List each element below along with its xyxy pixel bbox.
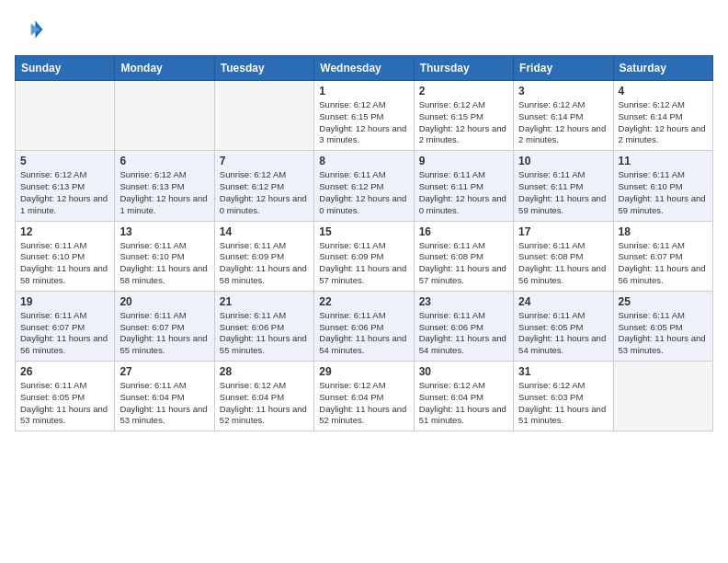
cell-info: Sunrise: 6:11 AM Sunset: 6:10 PM Dayligh… [20, 240, 109, 287]
cell-info: Sunrise: 6:11 AM Sunset: 6:12 PM Dayligh… [319, 169, 408, 216]
day-number: 10 [518, 155, 608, 167]
cell-info: Sunrise: 6:12 AM Sunset: 6:15 PM Dayligh… [319, 99, 408, 146]
calendar-cell: 2Sunrise: 6:12 AM Sunset: 6:15 PM Daylig… [414, 81, 513, 151]
cell-info: Sunrise: 6:11 AM Sunset: 6:05 PM Dayligh… [619, 310, 708, 357]
calendar-cell: 4Sunrise: 6:12 AM Sunset: 6:14 PM Daylig… [613, 81, 712, 151]
calendar-cell: 3Sunrise: 6:12 AM Sunset: 6:14 PM Daylig… [514, 81, 613, 151]
day-number: 2 [419, 85, 508, 98]
calendar-cell: 16Sunrise: 6:11 AM Sunset: 6:08 PM Dayli… [414, 221, 513, 291]
day-number: 15 [319, 225, 408, 238]
cell-info: Sunrise: 6:11 AM Sunset: 6:05 PM Dayligh… [20, 380, 109, 427]
day-number: 19 [20, 295, 109, 308]
calendar-cell [613, 362, 712, 431]
day-number: 29 [319, 365, 408, 378]
weekday-sunday: Sunday [16, 56, 115, 81]
day-number: 7 [220, 155, 309, 167]
calendar-cell: 10Sunrise: 6:11 AM Sunset: 6:11 PM Dayli… [514, 151, 613, 221]
cell-info: Sunrise: 6:11 AM Sunset: 6:06 PM Dayligh… [319, 310, 408, 357]
calendar-cell: 23Sunrise: 6:11 AM Sunset: 6:06 PM Dayli… [414, 291, 513, 361]
day-number: 30 [419, 365, 508, 378]
day-number: 3 [518, 85, 608, 98]
week-row-1: 1Sunrise: 6:12 AM Sunset: 6:15 PM Daylig… [16, 81, 713, 151]
day-number: 31 [518, 365, 608, 378]
day-number: 20 [119, 295, 209, 308]
calendar-cell: 25Sunrise: 6:11 AM Sunset: 6:05 PM Dayli… [613, 291, 712, 361]
calendar-cell: 6Sunrise: 6:12 AM Sunset: 6:13 PM Daylig… [115, 151, 214, 221]
calendar-cell: 12Sunrise: 6:11 AM Sunset: 6:10 PM Dayli… [16, 221, 115, 291]
day-number: 12 [20, 225, 109, 238]
calendar-cell: 1Sunrise: 6:12 AM Sunset: 6:15 PM Daylig… [314, 81, 414, 151]
week-row-3: 12Sunrise: 6:11 AM Sunset: 6:10 PM Dayli… [16, 221, 713, 291]
cell-info: Sunrise: 6:11 AM Sunset: 6:07 PM Dayligh… [119, 310, 209, 357]
calendar-cell: 14Sunrise: 6:11 AM Sunset: 6:09 PM Dayli… [214, 221, 313, 291]
cell-info: Sunrise: 6:11 AM Sunset: 6:07 PM Dayligh… [619, 240, 708, 287]
calendar-cell: 26Sunrise: 6:11 AM Sunset: 6:05 PM Dayli… [16, 362, 115, 431]
day-number: 14 [220, 225, 309, 238]
day-number: 22 [319, 295, 408, 308]
day-number: 5 [20, 155, 109, 167]
day-number: 9 [419, 155, 508, 167]
day-number: 18 [619, 225, 708, 238]
calendar-cell: 21Sunrise: 6:11 AM Sunset: 6:06 PM Dayli… [214, 291, 313, 361]
cell-info: Sunrise: 6:12 AM Sunset: 6:03 PM Dayligh… [518, 380, 608, 427]
logo [15, 15, 48, 44]
day-number: 17 [518, 225, 608, 238]
calendar-cell: 19Sunrise: 6:11 AM Sunset: 6:07 PM Dayli… [16, 291, 115, 361]
cell-info: Sunrise: 6:12 AM Sunset: 6:14 PM Dayligh… [619, 99, 708, 146]
day-number: 28 [220, 365, 309, 378]
header [15, 15, 713, 44]
weekday-thursday: Thursday [414, 56, 513, 81]
week-row-4: 19Sunrise: 6:11 AM Sunset: 6:07 PM Dayli… [16, 291, 713, 361]
day-number: 24 [518, 295, 608, 308]
calendar-cell: 9Sunrise: 6:11 AM Sunset: 6:11 PM Daylig… [414, 151, 513, 221]
cell-info: Sunrise: 6:11 AM Sunset: 6:10 PM Dayligh… [119, 240, 209, 287]
page: SundayMondayTuesdayWednesdayThursdayFrid… [0, 0, 728, 446]
day-number: 8 [319, 155, 408, 167]
cell-info: Sunrise: 6:11 AM Sunset: 6:11 PM Dayligh… [518, 169, 608, 216]
calendar-table: SundayMondayTuesdayWednesdayThursdayFrid… [15, 55, 713, 431]
calendar-cell: 20Sunrise: 6:11 AM Sunset: 6:07 PM Dayli… [115, 291, 214, 361]
cell-info: Sunrise: 6:12 AM Sunset: 6:04 PM Dayligh… [220, 380, 309, 427]
calendar-cell: 29Sunrise: 6:12 AM Sunset: 6:04 PM Dayli… [314, 362, 414, 431]
weekday-saturday: Saturday [613, 56, 712, 81]
cell-info: Sunrise: 6:11 AM Sunset: 6:08 PM Dayligh… [419, 240, 508, 287]
calendar-cell: 13Sunrise: 6:11 AM Sunset: 6:10 PM Dayli… [115, 221, 214, 291]
calendar-cell [115, 81, 214, 151]
day-number: 26 [20, 365, 109, 378]
cell-info: Sunrise: 6:11 AM Sunset: 6:08 PM Dayligh… [518, 240, 608, 287]
weekday-wednesday: Wednesday [314, 56, 414, 81]
calendar-cell: 27Sunrise: 6:11 AM Sunset: 6:04 PM Dayli… [115, 362, 214, 431]
cell-info: Sunrise: 6:11 AM Sunset: 6:09 PM Dayligh… [319, 240, 408, 287]
calendar-cell: 31Sunrise: 6:12 AM Sunset: 6:03 PM Dayli… [514, 362, 613, 431]
cell-info: Sunrise: 6:12 AM Sunset: 6:15 PM Dayligh… [419, 99, 508, 146]
calendar-cell: 8Sunrise: 6:11 AM Sunset: 6:12 PM Daylig… [314, 151, 414, 221]
cell-info: Sunrise: 6:11 AM Sunset: 6:04 PM Dayligh… [119, 380, 209, 427]
calendar-cell: 22Sunrise: 6:11 AM Sunset: 6:06 PM Dayli… [314, 291, 414, 361]
day-number: 23 [419, 295, 508, 308]
week-row-2: 5Sunrise: 6:12 AM Sunset: 6:13 PM Daylig… [16, 151, 713, 221]
cell-info: Sunrise: 6:12 AM Sunset: 6:04 PM Dayligh… [419, 380, 508, 427]
cell-info: Sunrise: 6:12 AM Sunset: 6:04 PM Dayligh… [319, 380, 408, 427]
calendar-cell: 18Sunrise: 6:11 AM Sunset: 6:07 PM Dayli… [613, 221, 712, 291]
calendar-cell [16, 81, 115, 151]
day-number: 1 [319, 85, 408, 98]
cell-info: Sunrise: 6:11 AM Sunset: 6:05 PM Dayligh… [518, 310, 608, 357]
cell-info: Sunrise: 6:12 AM Sunset: 6:13 PM Dayligh… [20, 169, 109, 216]
day-number: 11 [619, 155, 708, 167]
calendar-cell: 24Sunrise: 6:11 AM Sunset: 6:05 PM Dayli… [514, 291, 613, 361]
calendar-cell [214, 81, 313, 151]
calendar-cell: 5Sunrise: 6:12 AM Sunset: 6:13 PM Daylig… [16, 151, 115, 221]
day-number: 4 [619, 85, 708, 98]
weekday-header-row: SundayMondayTuesdayWednesdayThursdayFrid… [16, 56, 713, 81]
cell-info: Sunrise: 6:11 AM Sunset: 6:06 PM Dayligh… [220, 310, 309, 357]
cell-info: Sunrise: 6:11 AM Sunset: 6:06 PM Dayligh… [419, 310, 508, 357]
cell-info: Sunrise: 6:12 AM Sunset: 6:12 PM Dayligh… [220, 169, 309, 216]
day-number: 16 [419, 225, 508, 238]
cell-info: Sunrise: 6:11 AM Sunset: 6:09 PM Dayligh… [220, 240, 309, 287]
weekday-monday: Monday [115, 56, 214, 81]
calendar-cell: 7Sunrise: 6:12 AM Sunset: 6:12 PM Daylig… [214, 151, 313, 221]
weekday-tuesday: Tuesday [214, 56, 313, 81]
calendar-cell: 30Sunrise: 6:12 AM Sunset: 6:04 PM Dayli… [414, 362, 513, 431]
day-number: 25 [619, 295, 708, 308]
cell-info: Sunrise: 6:11 AM Sunset: 6:07 PM Dayligh… [20, 310, 109, 357]
